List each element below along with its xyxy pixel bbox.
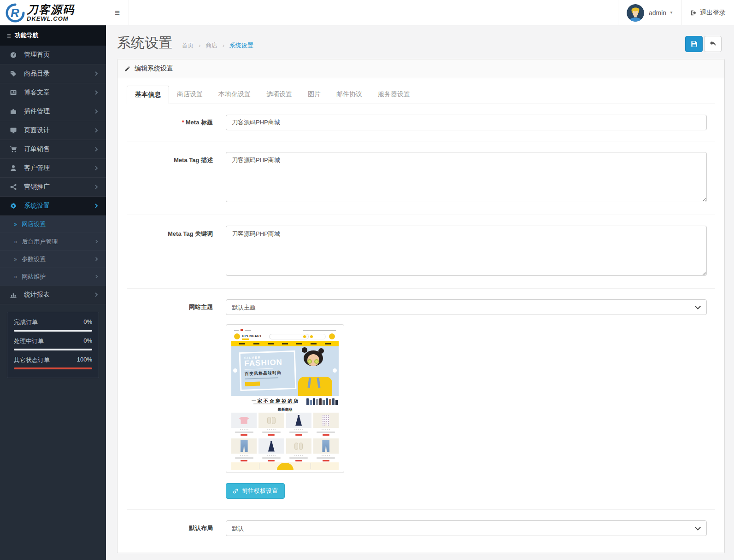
- brand-logo-icon: R: [5, 2, 26, 23]
- save-button[interactable]: [685, 36, 703, 52]
- submenu-item-store-settings[interactable]: » 网店设置: [0, 216, 106, 233]
- preview-product-grid: [231, 413, 339, 462]
- logout-label: 退出登录: [700, 9, 726, 17]
- sidebar-item-design[interactable]: 页面设计: [0, 121, 106, 140]
- stat-processing-orders: 处理中订单 0%: [14, 337, 92, 350]
- tab-local[interactable]: 本地化设置: [211, 86, 258, 104]
- back-button[interactable]: [704, 36, 722, 52]
- breadcrumb-current[interactable]: 系统设置: [229, 42, 253, 49]
- panel-heading: 编辑系统设置: [117, 59, 724, 78]
- sidebar-item-reports[interactable]: 统计报表: [0, 286, 106, 304]
- chevron-right-icon: [94, 128, 99, 133]
- sidebar-item-label: 订单销售: [24, 145, 50, 153]
- chevron-right-icon: [94, 292, 99, 297]
- chevron-right-icon: [94, 239, 99, 244]
- order-stats-panel: 完成订单 0% 处理中订单 0% 其它状态订单 100%: [7, 312, 99, 378]
- main-content: 系统设置 首页 › 商店 › 系统设置 编辑系统设置 基本信息 商店设置: [106, 25, 734, 560]
- tab-mail[interactable]: 邮件协议: [329, 86, 370, 104]
- sidebar-item-catalog[interactable]: 商品目录: [0, 64, 106, 83]
- sidebar-item-blog[interactable]: 博客文章: [0, 83, 106, 102]
- hamburger-icon: ≡: [115, 8, 120, 18]
- sidebar-item-label: 博客文章: [24, 88, 50, 97]
- tab-image[interactable]: 图片: [300, 86, 329, 104]
- brand-domain: DKEWL.COM: [27, 16, 75, 22]
- sidebar-item-dashboard[interactable]: 管理首页: [0, 46, 106, 64]
- stat-label: 完成订单: [14, 318, 38, 327]
- sidebar-item-sales[interactable]: 订单销售: [0, 140, 106, 159]
- edit-settings-panel: 编辑系统设置 基本信息 商店设置 本地化设置 选项设置 图片 邮件协议 服务器设…: [117, 59, 725, 553]
- reply-arrow-icon: [709, 41, 716, 48]
- tab-server[interactable]: 服务器设置: [370, 86, 418, 104]
- sidebar-item-marketing[interactable]: 营销推广: [0, 178, 106, 197]
- panel-body: 基本信息 商店设置 本地化设置 选项设置 图片 邮件协议 服务器设置 *Meta…: [117, 78, 724, 553]
- share-icon: [10, 183, 17, 191]
- preview-hero-model: [295, 347, 336, 396]
- pencil-icon: [124, 66, 130, 72]
- theme-preview-image: OPENCART SI: [226, 324, 344, 473]
- user-menu[interactable]: admin ▼: [618, 0, 681, 25]
- tab-option[interactable]: 选项设置: [258, 86, 300, 104]
- breadcrumb-separator: ›: [223, 42, 224, 49]
- user-name: admin: [649, 9, 666, 17]
- submenu-item-label: 网店设置: [22, 220, 46, 228]
- sidebar-item-customers[interactable]: 客户管理: [0, 159, 106, 178]
- preview-flag-icon: [241, 329, 243, 331]
- tab-general[interactable]: 基本信息: [127, 86, 169, 104]
- submenu-item-label: 网站维护: [22, 273, 46, 281]
- layout-label: 默认布局: [127, 520, 226, 536]
- go-to-template-settings-button[interactable]: 前往模板设置: [226, 483, 285, 499]
- sidebar-nav-header: ≡ 功能导航: [0, 25, 106, 46]
- page-header: 系统设置 首页 › 商店 › 系统设置: [106, 25, 734, 59]
- preview-store-logo-icon: [234, 333, 240, 339]
- preview-hero-frame: SILVER FASHION 百变风格品味时尚: [239, 350, 297, 391]
- chevron-right-icon: [94, 274, 99, 279]
- sidebar-item-label: 页面设计: [24, 126, 50, 134]
- form-group-theme: 网站主题 默认主题 OPENCART: [127, 289, 715, 510]
- stat-label: 处理中订单: [14, 337, 44, 345]
- sidebar-item-extensions[interactable]: 插件管理: [0, 102, 106, 121]
- meta-title-input[interactable]: [226, 115, 707, 130]
- brand-logo[interactable]: R 刀客源码 DKEWL.COM: [0, 0, 106, 25]
- preview-hero-banner: SILVER FASHION 百变风格品味时尚: [231, 346, 339, 396]
- link-icon: [233, 488, 239, 494]
- breadcrumb-home[interactable]: 首页: [182, 42, 194, 49]
- meta-keywords-textarea[interactable]: 刀客源码PHP商城: [226, 226, 707, 276]
- stat-value: 0%: [83, 318, 92, 327]
- preview-clothes-rack: [306, 397, 338, 405]
- theme-select[interactable]: 默认主题: [226, 299, 707, 315]
- meta-title-label: *Meta 标题: [127, 115, 226, 130]
- submenu-item-admin-users[interactable]: » 后台用户管理: [0, 233, 106, 251]
- submenu-item-parameters[interactable]: » 参数设置: [0, 251, 106, 268]
- meta-description-textarea[interactable]: 刀客源码PHP商城: [226, 152, 707, 202]
- chevron-right-icon: [94, 185, 99, 189]
- newspaper-icon: [10, 89, 17, 96]
- caret-down-icon: ▼: [669, 11, 673, 15]
- brand-title: 刀客源码: [27, 4, 75, 15]
- sidebar-item-label: 营销推广: [24, 183, 50, 191]
- stat-completed-orders: 完成订单 0%: [14, 318, 92, 332]
- top-bar: ≡ admin ▼ 退出登录: [0, 0, 734, 25]
- stat-other-orders: 其它状态订单 100%: [14, 356, 92, 369]
- preview-nav-bar: [231, 341, 339, 346]
- gear-icon: [10, 202, 17, 210]
- chevron-right-icon: [94, 257, 99, 261]
- preview-banner-strip: 一家不合穿衫的店: [231, 396, 339, 406]
- cart-icon: [10, 146, 17, 153]
- sidebar: ≡ 功能导航 管理首页 商品目录 博客文章 插件管理 页面设计 订单销售 客户管…: [0, 25, 106, 560]
- sidebar-toggle-button[interactable]: ≡: [106, 0, 129, 25]
- preview-footer: [231, 462, 339, 470]
- submenu-item-label: 后台用户管理: [22, 238, 58, 246]
- layout-select[interactable]: 默认: [226, 520, 707, 536]
- layout-select-wrap: 默认: [226, 520, 707, 536]
- sidebar-item-system[interactable]: 系统设置: [0, 197, 106, 216]
- breadcrumb-store[interactable]: 商店: [206, 42, 217, 49]
- chevron-right-icon: [94, 71, 99, 76]
- tab-store[interactable]: 商店设置: [169, 86, 211, 104]
- logout-button[interactable]: 退出登录: [681, 0, 734, 25]
- chevron-right-icon: [94, 147, 99, 152]
- preview-store-name: OPENCART: [242, 334, 262, 338]
- submenu-item-maintenance[interactable]: » 网站维护: [0, 268, 106, 286]
- preview-product-card: [258, 438, 284, 462]
- preview-product-card: [231, 413, 257, 437]
- system-submenu: » 网店设置 » 后台用户管理 » 参数设置 » 网站维护: [0, 216, 106, 286]
